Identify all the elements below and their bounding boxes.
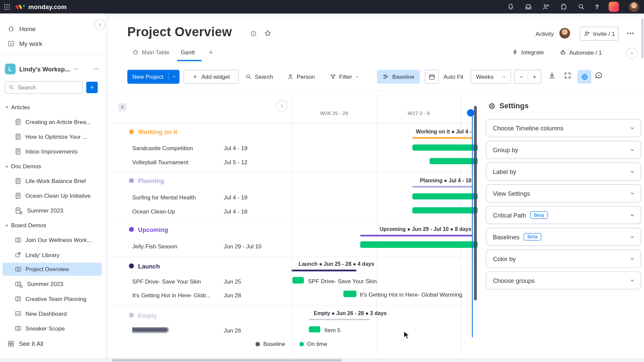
automate-button[interactable]: Automate / 1 (559, 49, 602, 56)
sidebar-group-doc-demos[interactable]: ▾ Doc Demos (0, 160, 105, 173)
gantt-row[interactable]: Volleyball Tournament Jul 5 - 12 (111, 155, 292, 169)
help-icon[interactable]: ? (595, 3, 599, 10)
today-marker-dot[interactable] (467, 109, 474, 117)
add-view-tab-icon[interactable] (208, 49, 214, 55)
activity-label[interactable]: Activity (536, 31, 554, 37)
gantt-bar-spf-drive[interactable] (292, 277, 304, 284)
gantt-bar-sandcastle-competition[interactable] (412, 144, 478, 150)
zoom-level-select[interactable]: Weeks (471, 70, 511, 84)
gantt-row[interactable]: Jun 26 (111, 323, 292, 338)
settings-section-baselines[interactable]: Baselines Beta (486, 228, 641, 246)
sidebar-doc-item-locked[interactable]: Summer 2023 (0, 204, 105, 217)
search-button[interactable]: Search (243, 70, 276, 84)
settings-section-timeline-columns[interactable]: Choose Timeline columns (486, 119, 641, 137)
settings-section-label-by[interactable]: Label by (486, 163, 641, 181)
task-dates: Jul 5 - 12 (224, 159, 248, 166)
horizontal-scrollbar-thumb[interactable] (112, 359, 342, 361)
notifications-icon[interactable] (507, 3, 515, 11)
zoom-out-button[interactable] (515, 70, 528, 83)
new-project-dropdown-icon[interactable] (169, 74, 179, 79)
gantt-row[interactable]: Jelly Fish Season Jun 29 - Jul 10 (111, 239, 292, 253)
gantt-row[interactable]: Surfing for Mental Health Jul 4 - 18 (111, 190, 292, 204)
sidebar-collapse-button[interactable] (95, 19, 105, 30)
settings-section-color-by[interactable]: Color by (486, 249, 641, 267)
horizontal-scrollbar-track[interactable] (0, 358, 644, 362)
sidebar-item-project-overview[interactable]: Project Overview (2, 263, 102, 276)
sidebar-group-articles[interactable]: ▾ Articles (0, 101, 105, 114)
gantt-vertical-scrollbar[interactable] (474, 106, 477, 300)
tab-main-table[interactable]: Main Table (132, 49, 169, 56)
baseline-toggle-button[interactable]: Baseline (377, 70, 420, 84)
zoom-in-button[interactable] (528, 70, 541, 83)
gantt-bar-volleyball-tournament[interactable] (430, 158, 478, 164)
gantt-bar-its-getting-hot[interactable] (343, 291, 357, 297)
gantt-group-header[interactable]: Launch (111, 261, 160, 270)
settings-section-critical-path[interactable]: Critical Path Beta (486, 206, 641, 224)
sidebar-add-button[interactable] (86, 82, 98, 93)
sidebar-doc-item[interactable]: How to Optimize Your ... (0, 130, 105, 143)
gantt-bar-ocean-clean-up[interactable] (412, 207, 478, 213)
page-vertical-scrollbar[interactable] (642, 18, 643, 58)
collapse-groups-button[interactable] (118, 103, 126, 111)
sidebar-dashboard-item[interactable]: New Dashboard (0, 307, 105, 320)
gantt-group-header[interactable]: Upcoming (111, 225, 168, 234)
settings-section-choose-groups[interactable]: Choose groups (486, 271, 641, 289)
info-icon[interactable] (250, 30, 257, 37)
filter-button[interactable]: Filter (324, 70, 365, 84)
add-widget-button[interactable]: Add widget (183, 70, 238, 84)
sidebar-group-board-demos[interactable]: ▾ Board Demos (0, 219, 105, 232)
sidebar-item-home[interactable]: Home (0, 22, 105, 35)
product-avatar[interactable] (609, 2, 619, 12)
export-download-icon[interactable] (548, 71, 556, 79)
collapse-header-button[interactable] (626, 48, 637, 59)
sidebar-doc-item[interactable]: Inbox Improvements (0, 145, 105, 158)
apps-grid-icon[interactable] (3, 3, 11, 10)
collapse-table-button[interactable] (276, 100, 287, 112)
sidebar-item-see-it-all[interactable]: See It All (0, 337, 105, 350)
monday-logo[interactable]: monday.com (16, 3, 67, 10)
workspace-menu-icon[interactable] (93, 66, 100, 72)
inbox-icon[interactable] (524, 3, 532, 11)
person-filter-button[interactable]: Person (283, 70, 319, 84)
settings-section-view-settings[interactable]: View Settings (486, 184, 641, 202)
gantt-group-header[interactable]: Working on it (111, 127, 177, 136)
sidebar-doc-item[interactable]: Life-Work Balance Brief (0, 174, 105, 187)
sidebar-board-item[interactable]: Creative Team Planning (0, 292, 105, 305)
calendar-button[interactable] (425, 70, 439, 84)
fullscreen-icon[interactable] (564, 71, 572, 79)
tab-gantt[interactable]: Gantt (181, 49, 195, 56)
auto-fit-button[interactable]: Auto Fit (440, 70, 467, 84)
sidebar-item-my-work[interactable]: My work (0, 37, 105, 50)
sidebar-board-item-locked[interactable]: Summer 2023 (0, 278, 105, 291)
invite-button[interactable]: Invite / 1 (580, 27, 619, 41)
favorite-star-icon[interactable] (264, 29, 272, 37)
new-project-button[interactable]: New Project (127, 70, 180, 84)
invite-members-icon[interactable] (542, 3, 550, 11)
sidebar-board-item[interactable]: Sneaker Scope (0, 322, 105, 335)
sidebar-board-item[interactable]: Join Our Wellness Work... (0, 234, 105, 247)
sidebar-doc-item[interactable]: Creating an Article Brea... (0, 115, 105, 128)
gantt-bar-jelly-fish-season[interactable] (360, 241, 478, 248)
workspace-switcher[interactable]: L Lindy's Worksp... (0, 62, 105, 75)
gantt-row[interactable]: Ocean Clean-Up Jul 4 - 18 (111, 204, 292, 219)
gantt-group-header[interactable]: Empty (111, 311, 157, 320)
watch-eye-icon[interactable] (595, 71, 603, 79)
chevron-down-icon (630, 147, 635, 153)
marketplace-puzzle-icon[interactable] (560, 3, 568, 11)
board-menu-icon[interactable] (626, 29, 635, 38)
gantt-group-header[interactable]: Planning (111, 176, 164, 185)
sidebar-board-item-shortcut[interactable]: Lindy' Library (0, 248, 105, 261)
gantt-bar-surfing-for-mental-health[interactable] (412, 193, 478, 199)
search-icon[interactable] (577, 3, 585, 11)
user-avatar[interactable] (629, 2, 639, 12)
sidebar-doc-item[interactable]: Ocean Clean Up Initiative (0, 189, 105, 202)
gantt-row[interactable]: It's Getting Hot in Here- Glob... Jun 28 (111, 288, 292, 302)
activity-avatar[interactable] (559, 28, 570, 39)
integrate-button[interactable]: Integrate (512, 49, 544, 56)
sidebar-search-input[interactable] (5, 81, 83, 94)
settings-section-group-by[interactable]: Group by (486, 141, 641, 159)
view-settings-gear-button[interactable] (578, 70, 592, 84)
gantt-row[interactable]: SPF Drive- Save Your Skin Jun 25 (111, 275, 292, 289)
gantt-row[interactable]: Sandcastle Competition Jul 4 - 19 (111, 141, 292, 155)
gantt-bar-item-5[interactable] (309, 326, 320, 332)
